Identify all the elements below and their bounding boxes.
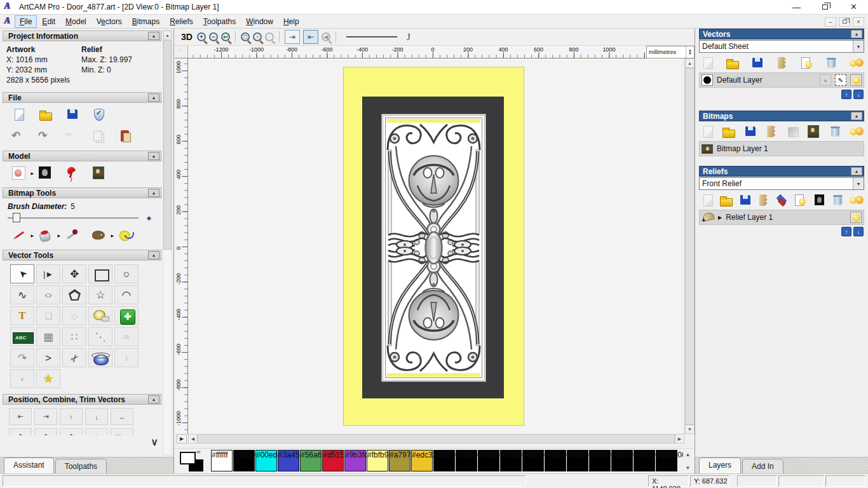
palette-swatch[interactable]: #3a45c8 xyxy=(278,450,299,471)
create-rectangle-icon[interactable] xyxy=(88,264,112,283)
brush-slider-track[interactable] xyxy=(8,217,139,219)
bitmap-preview-icon[interactable] xyxy=(806,125,820,139)
show-all-relief-layers-icon[interactable] xyxy=(849,193,863,207)
layer-visibility-icon[interactable] xyxy=(850,74,862,86)
stack-reliefs-icon[interactable] xyxy=(775,193,789,207)
save-bitmap-layer-icon[interactable] xyxy=(743,125,757,139)
show-all-bitmap-layers-icon[interactable] xyxy=(849,125,863,139)
texture-icon[interactable]: ▶ xyxy=(92,166,107,180)
snap-page-right-button[interactable]: ⇤ xyxy=(303,30,318,44)
palette-swatch[interactable]: #000000 xyxy=(545,450,566,471)
palette-swatch[interactable]: #000000 xyxy=(634,450,655,471)
cut-icon[interactable]: ✂▶ xyxy=(65,129,80,143)
primary-secondary-colour[interactable]: ∞ xyxy=(180,450,212,473)
create-ellipse-icon[interactable]: ○ xyxy=(36,285,60,304)
save-vector-layer-icon[interactable] xyxy=(750,56,764,70)
menu-edit[interactable]: Edit xyxy=(37,16,60,27)
units-dropdown[interactable]: millimetres ▲▼ xyxy=(646,46,695,58)
arrowhead-icon[interactable]: > xyxy=(36,348,60,367)
block-copy-icon[interactable]: ∷ xyxy=(62,327,86,346)
copy-icon[interactable]: ▶ xyxy=(92,129,107,143)
scroll-mini-button[interactable]: ▶ xyxy=(177,434,187,444)
nesting-icon[interactable]: Nes xyxy=(111,428,133,435)
palette-swatch[interactable]: #000000 xyxy=(656,450,677,471)
collapse-icon[interactable]: ▲ xyxy=(851,30,862,38)
collapse-icon[interactable]: ▲ xyxy=(148,32,159,40)
switch-3d-view-button[interactable]: 3D xyxy=(180,30,194,43)
mdi-close-button[interactable]: × xyxy=(853,17,864,27)
chevron-down-icon[interactable]: ▼ xyxy=(853,41,864,52)
vector-layer-row[interactable]: Default Layer 🔒︎ ✎ xyxy=(699,72,864,88)
open-relief-layer-icon[interactable] xyxy=(719,193,733,207)
zoom-selection-icon[interactable] xyxy=(265,32,274,41)
mdi-restore-button[interactable] xyxy=(839,17,850,27)
palette-swatch[interactable]: #edc32b xyxy=(411,450,433,471)
menu-vectors[interactable]: Vectors xyxy=(92,16,126,27)
move-layer-down-icon[interactable]: ↓ xyxy=(853,90,864,99)
zoom-out-icon[interactable]: − xyxy=(209,32,218,41)
create-arc-icon[interactable]: ◠ xyxy=(114,285,139,304)
scrollbar-thumb[interactable] xyxy=(198,434,675,444)
edit-layer-icon[interactable]: ✎ xyxy=(835,74,846,86)
create-polygon-icon[interactable] xyxy=(62,285,86,304)
merge-bitmap-layers-icon[interactable] xyxy=(764,125,778,139)
create-polyline-icon[interactable]: ∿ xyxy=(10,285,34,304)
toggle-relief-layer-icon[interactable] xyxy=(793,193,807,207)
scroll-right-icon[interactable]: ▶ xyxy=(675,434,684,444)
create-text-icon[interactable]: T xyxy=(10,306,34,325)
menu-window[interactable]: Window xyxy=(241,16,278,27)
merge-vector-layers-icon[interactable] xyxy=(775,56,789,70)
expander-icon[interactable]: ▶ xyxy=(718,215,722,220)
create-circle-icon[interactable]: ○ xyxy=(114,264,139,283)
align-left-icon[interactable]: ⇤ xyxy=(9,408,32,425)
gradient-layer-icon[interactable] xyxy=(785,125,799,139)
fit-arcs-icon[interactable]: ⋱ xyxy=(88,327,112,346)
trim-vectors-icon[interactable]: ✂ xyxy=(62,348,86,367)
save-model-icon[interactable]: ▶ xyxy=(65,107,80,121)
greyscale-model-icon[interactable]: ▶ xyxy=(11,166,27,180)
menu-file[interactable]: File xyxy=(15,16,36,27)
snap-vectors-icon[interactable]: ↥ xyxy=(60,428,83,435)
move-layer-up-icon[interactable]: ↑ xyxy=(841,90,851,99)
new-bitmap-layer-icon[interactable] xyxy=(700,125,714,139)
palette-swatch[interactable]: #00eded xyxy=(255,450,277,471)
show-all-vector-layers-icon[interactable] xyxy=(849,56,863,70)
panel-scroll-more-icon[interactable]: ∨ xyxy=(151,436,158,448)
palette-swatch[interactable]: #000000 xyxy=(233,450,255,471)
menu-reliefs[interactable]: Reliefs xyxy=(165,16,198,27)
2d-view-canvas[interactable] xyxy=(188,58,681,434)
paste-icon[interactable]: ▶ xyxy=(118,129,133,143)
new-relief-layer-icon[interactable] xyxy=(700,193,714,207)
palette-swatch[interactable]: #000000 xyxy=(589,450,611,471)
palette-swatch[interactable]: #a79737 xyxy=(389,450,410,471)
simplify-vectors-icon[interactable]: ≈ xyxy=(114,327,139,346)
align-right-icon[interactable]: ⇥ xyxy=(34,408,57,425)
layer-visibility-icon[interactable] xyxy=(850,212,862,223)
chevron-updown-icon[interactable]: ▲▼ xyxy=(686,46,694,58)
mirror-vectors-icon[interactable]: ◖ xyxy=(10,369,34,388)
palette-swatch[interactable]: #000000 xyxy=(611,450,633,471)
model-wizard-icon[interactable]: ▶ xyxy=(92,107,107,121)
palette-swatch[interactable]: #d5152b xyxy=(322,450,344,471)
interactive-sculpting-icon[interactable] xyxy=(88,348,112,367)
relief-preview-icon[interactable] xyxy=(812,193,826,207)
scroll-down-icon[interactable]: ▼ xyxy=(685,424,695,434)
collapse-icon[interactable]: ▲ xyxy=(851,167,862,175)
zoom-1to1-icon[interactable]: □ xyxy=(241,32,250,41)
menu-help[interactable]: Help xyxy=(279,16,304,27)
palette-swatch[interactable]: #56a65a xyxy=(300,450,322,471)
palette-swatch[interactable]: #000000 xyxy=(567,450,588,471)
create-star-icon[interactable]: ☆ xyxy=(88,285,112,304)
palette-swatch[interactable]: #fbfb90 xyxy=(367,450,388,471)
select-vectors-icon[interactable]: ➤ xyxy=(10,264,34,283)
measure-icon[interactable] xyxy=(88,306,112,325)
colour-picker-icon[interactable]: ▶ xyxy=(65,228,80,242)
zoom-fit-icon[interactable]: ▫ xyxy=(253,32,262,41)
fillet-icon[interactable]: ↷ xyxy=(10,348,34,367)
primary-colour-swatch[interactable] xyxy=(180,452,196,464)
save-relief-layer-icon[interactable] xyxy=(738,193,752,207)
collapse-icon[interactable]: ▲ xyxy=(851,112,862,120)
close-button[interactable]: × xyxy=(839,0,868,15)
block-paste-icon[interactable] xyxy=(114,306,139,325)
scrollbar-thumb[interactable] xyxy=(685,68,695,424)
